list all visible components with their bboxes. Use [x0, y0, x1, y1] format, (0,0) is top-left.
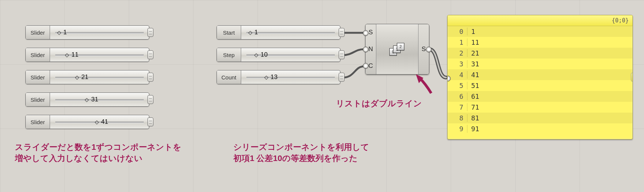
slider-handle[interactable]: 11 [65, 51, 78, 59]
slider-label: Slider [26, 70, 50, 84]
panel-row: 551 [448, 80, 632, 91]
slider-label: Count [217, 70, 241, 84]
slider-output-grip[interactable] [147, 50, 153, 59]
caption-left: スライダーだと数を1ずつコンポーネントを 増やして入力しなくてはいけない [15, 142, 181, 164]
slider-handle[interactable]: 41 [95, 118, 108, 126]
series-input-C[interactable]: C [368, 62, 373, 70]
panel-row: 881 [448, 113, 632, 123]
slider-track[interactable]: 1 [241, 26, 340, 39]
slider-track[interactable]: 41 [50, 115, 149, 129]
slider-label: Slider [26, 48, 50, 62]
slider-output-grip[interactable] [147, 95, 153, 104]
port-in-S[interactable] [363, 30, 368, 36]
slider-column-manual: Slider 1 Slider 11 Slider 21 Slider 31 S… [25, 25, 149, 137]
panel-row: 111 [448, 37, 632, 48]
slider-component[interactable]: Slider 31 [25, 92, 149, 107]
slider-track[interactable]: 11 [50, 48, 149, 62]
grasshopper-canvas[interactable]: { "sliders_left": [ {"label":"Slider","v… [0, 0, 644, 192]
slider-handle[interactable]: 31 [85, 96, 98, 103]
series-body: 0 1 2 [376, 24, 419, 74]
series-component[interactable]: S N C 0 1 2 S [365, 24, 429, 75]
slider-track[interactable]: 31 [50, 93, 149, 106]
slider-component[interactable]: Slider 41 [25, 115, 149, 129]
series-input-S[interactable]: S [368, 29, 373, 36]
panel-row: 661 [448, 91, 632, 102]
panel-header: {0;0} [448, 15, 632, 26]
slider-component[interactable]: Slider 21 [25, 70, 149, 84]
data-panel[interactable]: {0;0} 01 111 221 331 441 551 661 771 881… [447, 15, 633, 139]
panel-row: 221 [448, 48, 632, 59]
slider-start[interactable]: Start 1 [217, 25, 340, 40]
slider-track[interactable]: 1 [50, 26, 149, 39]
panel-output-grip[interactable] [631, 73, 633, 82]
slider-column-series-inputs: Start 1 Step 10 Count 13 [217, 25, 340, 92]
slider-component[interactable]: Slider 11 [25, 48, 149, 62]
panel-path: {0;0} [612, 17, 629, 24]
panel-row: 771 [448, 102, 632, 113]
panel-row: 991 [448, 123, 632, 134]
slider-label: Start [217, 26, 241, 39]
slider-track[interactable]: 13 [241, 70, 340, 84]
panel-body: 01 111 221 331 441 551 661 771 881 991 [448, 26, 632, 139]
slider-step[interactable]: Step 10 [217, 48, 340, 62]
slider-component[interactable]: Slider 1 [25, 25, 149, 40]
slider-output-grip[interactable] [147, 117, 153, 126]
annotation-arrow [411, 73, 437, 100]
slider-output-grip[interactable] [339, 28, 345, 37]
slider-handle[interactable]: 1 [248, 29, 258, 36]
slider-label: Step [217, 48, 241, 62]
slider-handle[interactable]: 21 [75, 73, 88, 81]
caption-arrow-label: リストはダブルライン [336, 98, 422, 109]
port-in-N[interactable] [363, 47, 368, 52]
slider-output-grip[interactable] [147, 73, 153, 82]
slider-label: Slider [26, 115, 50, 129]
panel-row: 331 [448, 59, 632, 69]
port-out-S[interactable] [426, 47, 432, 52]
panel-row: 441 [448, 69, 632, 80]
series-output-S[interactable]: S [421, 45, 426, 53]
caption-right: シリーズコンポーネントを利用して 初項1 公差10の等差数列を作った [233, 142, 369, 164]
slider-label: Slider [26, 26, 50, 39]
slider-handle[interactable]: 1 [57, 29, 67, 36]
slider-output-grip[interactable] [339, 50, 345, 59]
slider-handle[interactable]: 13 [264, 73, 278, 81]
slider-count[interactable]: Count 13 [217, 70, 340, 84]
slider-track[interactable]: 21 [50, 70, 149, 84]
slider-track[interactable]: 10 [241, 48, 340, 62]
panel-row: 01 [448, 26, 632, 37]
series-icon: 0 1 2 [389, 43, 405, 56]
slider-output-grip[interactable] [339, 73, 345, 82]
slider-handle[interactable]: 10 [254, 51, 268, 59]
slider-label: Slider [26, 93, 50, 106]
slider-output-grip[interactable] [147, 28, 153, 37]
port-in-C[interactable] [363, 63, 368, 69]
series-input-N[interactable]: N [368, 45, 373, 53]
